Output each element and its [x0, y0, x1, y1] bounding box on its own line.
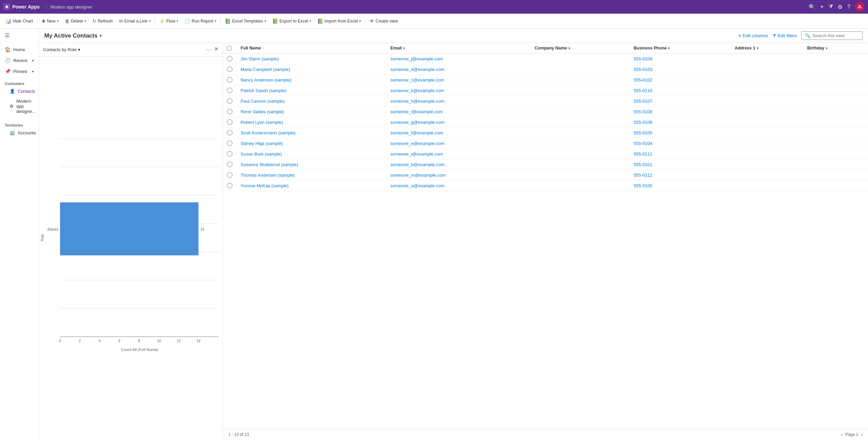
- delete-dropdown-arrow[interactable]: ▾: [85, 19, 86, 23]
- avatar[interactable]: JL: [855, 2, 865, 12]
- row-select-circle[interactable]: [227, 67, 232, 72]
- export-excel-button[interactable]: 📗 Export to Excel ▾: [270, 17, 314, 26]
- cell-full-name[interactable]: Thomas Andersen (sample): [237, 170, 386, 180]
- settings-icon[interactable]: ⚙: [838, 4, 842, 10]
- cell-email[interactable]: someone_f@example.com: [386, 128, 531, 138]
- sidebar-item-modern-app[interactable]: ⚙ Modern app designe...: [0, 96, 39, 116]
- row-select-circle[interactable]: [227, 172, 232, 178]
- cell-email[interactable]: someone_l@example.com: [386, 149, 531, 159]
- new-dropdown-arrow[interactable]: ▾: [57, 19, 59, 23]
- cell-email[interactable]: someone_b@example.com: [386, 159, 531, 170]
- th-address1[interactable]: Address 1 ▾: [731, 43, 803, 54]
- delete-button[interactable]: 🗑 Delete ▾: [62, 17, 89, 26]
- row-select-circle[interactable]: [227, 109, 232, 114]
- cell-email[interactable]: someone_m@example.com: [386, 170, 531, 180]
- search-view-box[interactable]: 🔍: [801, 31, 863, 40]
- th-full-name[interactable]: Full Name ↑: [237, 43, 386, 54]
- cell-full-name[interactable]: Yvonne McKay (sample): [237, 180, 386, 191]
- th-email[interactable]: Email ▾: [386, 43, 531, 54]
- sidebar-item-recent[interactable]: 🕐 Recent ▾: [0, 55, 39, 66]
- cell-email[interactable]: someone_c@example.com: [386, 75, 531, 85]
- excel-templates-dropdown[interactable]: ▾: [264, 19, 266, 23]
- cell-email[interactable]: someone_h@example.com: [386, 96, 531, 106]
- cell-full-name[interactable]: Patrick Sands (sample): [237, 85, 386, 96]
- email-dropdown-arrow[interactable]: ▾: [149, 19, 151, 23]
- cell-email[interactable]: someone_j@example.com: [386, 54, 531, 64]
- email-link-button[interactable]: ✉ Email a Link ▾: [116, 17, 153, 26]
- row-select-circle[interactable]: [227, 183, 232, 188]
- cell-phone[interactable]: 555-0108: [629, 106, 730, 117]
- chart-title-button[interactable]: Contacts by Role ▾: [43, 47, 80, 52]
- cell-full-name[interactable]: Jim Glynn (sample): [237, 54, 386, 64]
- excel-templates-button[interactable]: 📗 Excel Templates ▾: [222, 17, 269, 26]
- chart-close-icon[interactable]: ✕: [214, 46, 218, 54]
- cell-full-name[interactable]: Susanna Stubberod (sample): [237, 159, 386, 170]
- cell-full-name[interactable]: Paul Cannon (sample): [237, 96, 386, 106]
- cell-phone[interactable]: 555-0112: [629, 170, 730, 180]
- cell-phone[interactable]: 555-0109: [629, 54, 730, 64]
- new-button[interactable]: ✚ New ▾: [39, 17, 61, 26]
- sidebar-item-accounts[interactable]: 🏢 Accounts: [0, 128, 39, 138]
- cell-full-name[interactable]: Scott Konersmann (sample): [237, 128, 386, 138]
- cell-phone[interactable]: 555-0106: [629, 117, 730, 128]
- run-report-dropdown-arrow[interactable]: ▾: [215, 19, 216, 23]
- view-title-chevron[interactable]: ▾: [100, 33, 102, 38]
- cell-email[interactable]: someone_d@example.com: [386, 64, 531, 75]
- cell-phone[interactable]: 555-0103: [629, 64, 730, 75]
- cell-phone[interactable]: 555-0104: [629, 138, 730, 149]
- import-dropdown-arrow[interactable]: ▾: [359, 19, 361, 23]
- bar-blank[interactable]: [60, 202, 198, 255]
- sidebar-item-contacts[interactable]: 👤 Contacts: [0, 86, 39, 96]
- sidebar-item-pinned[interactable]: 📌 Pinned ▾: [0, 66, 39, 77]
- add-icon[interactable]: +: [820, 3, 824, 11]
- run-report-button[interactable]: 📄 Run Report ▾: [182, 17, 219, 26]
- refresh-button[interactable]: ↻ Refresh: [90, 17, 116, 26]
- row-select-circle[interactable]: [227, 151, 232, 157]
- prev-page-button[interactable]: ‹: [841, 432, 843, 437]
- cell-email[interactable]: someone_k@example.com: [386, 85, 531, 96]
- search-view-input[interactable]: [812, 33, 859, 38]
- select-all-checkbox[interactable]: [227, 46, 231, 50]
- hide-chart-button[interactable]: 📊 Hide Chart: [3, 17, 36, 26]
- menu-icon[interactable]: ☰: [0, 29, 39, 42]
- edit-filters-button[interactable]: ⧩ Edit filters: [772, 33, 797, 39]
- edit-columns-button[interactable]: ≡ Edit columns: [738, 33, 768, 38]
- cell-full-name[interactable]: Nancy Anderson (sample): [237, 75, 386, 85]
- row-select-circle[interactable]: [227, 141, 232, 146]
- cell-email[interactable]: someone_i@example.com: [386, 106, 531, 117]
- row-select-circle[interactable]: [227, 98, 232, 104]
- flow-button[interactable]: ⚡ Flow ▾: [156, 17, 181, 26]
- filter-icon[interactable]: ⧩: [828, 4, 833, 10]
- cell-full-name[interactable]: Robert Lyon (sample): [237, 117, 386, 128]
- import-excel-button[interactable]: 📗 Import from Excel ▾: [315, 17, 364, 26]
- cell-phone[interactable]: 555-0111: [629, 149, 730, 159]
- next-page-button[interactable]: ›: [861, 432, 863, 437]
- cell-email[interactable]: someone_g@example.com: [386, 117, 531, 128]
- row-select-circle[interactable]: [227, 56, 232, 61]
- cell-email[interactable]: someone_a@example.com: [386, 180, 531, 191]
- search-icon[interactable]: 🔍: [809, 4, 816, 10]
- row-select-circle[interactable]: [227, 88, 232, 93]
- th-business-phone[interactable]: Business Phone ▾: [629, 43, 730, 54]
- row-select-circle[interactable]: [227, 130, 232, 135]
- th-birthday[interactable]: Birthday ▾: [803, 43, 868, 54]
- row-select-circle[interactable]: [227, 119, 232, 125]
- cell-full-name[interactable]: Susan Burk (sample): [237, 149, 386, 159]
- chart-more-icon[interactable]: ⋯: [204, 46, 213, 54]
- sidebar-item-home[interactable]: 🏠 Home: [0, 44, 39, 55]
- th-company-name[interactable]: Company Name ▾: [531, 43, 629, 54]
- cell-phone[interactable]: 555-0100: [629, 180, 730, 191]
- cell-full-name[interactable]: Sidney Higa (sample): [237, 138, 386, 149]
- help-icon[interactable]: ?: [847, 4, 850, 10]
- cell-full-name[interactable]: Rene Valdes (sample): [237, 106, 386, 117]
- cell-email[interactable]: someone_e@example.com: [386, 138, 531, 149]
- cell-full-name[interactable]: Maria Campbell (sample): [237, 64, 386, 75]
- flow-dropdown-arrow[interactable]: ▾: [177, 19, 178, 23]
- row-select-circle[interactable]: [227, 162, 232, 167]
- cell-phone[interactable]: 555-0105: [629, 128, 730, 138]
- cell-phone[interactable]: 555-0102: [629, 75, 730, 85]
- export-dropdown-arrow[interactable]: ▾: [309, 19, 311, 23]
- cell-phone[interactable]: 555-0110: [629, 85, 730, 96]
- row-select-circle[interactable]: [227, 77, 232, 83]
- cell-phone[interactable]: 555-0101: [629, 159, 730, 170]
